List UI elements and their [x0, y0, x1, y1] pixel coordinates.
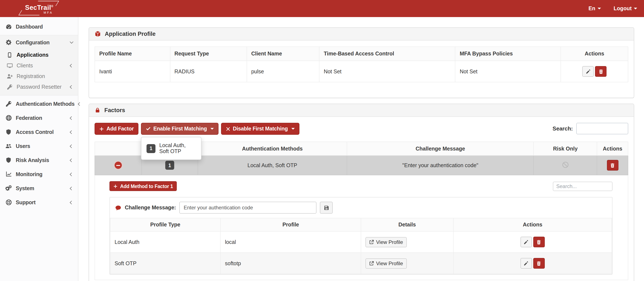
- trash-icon: [610, 163, 615, 168]
- sidebar-item-label: Clients: [16, 63, 33, 69]
- chevron-left-icon: [70, 85, 74, 89]
- search-input[interactable]: [576, 123, 628, 134]
- menu-item-label: Local Auth, Soft OTP: [159, 142, 196, 154]
- edit-button[interactable]: [582, 66, 594, 77]
- enable-first-matching-wrap: Enable First Matching 1 Local Auth, Soft…: [141, 123, 218, 135]
- chevron-left-icon: [70, 116, 74, 120]
- sidebar-item-label: Access Control: [16, 129, 54, 135]
- sidebar-item-applications[interactable]: Applications: [0, 50, 78, 60]
- comment-icon: [115, 204, 122, 211]
- mobile-icon: [6, 52, 13, 58]
- key-icon: [5, 101, 12, 107]
- cell-profile-name: Ivanti: [95, 61, 170, 82]
- sidebar-item-configuration[interactable]: Configuration: [0, 35, 78, 50]
- col-client-name: Client Name: [247, 47, 320, 61]
- col-profile-name: Profile Name: [95, 47, 170, 61]
- delete-method-button[interactable]: [533, 258, 545, 269]
- col-details: Details: [361, 218, 454, 231]
- globe-icon: [5, 115, 12, 121]
- delete-button[interactable]: [595, 66, 606, 77]
- application-profile-header: Application Profile: [89, 28, 634, 41]
- sidebar-item-label: Applications: [16, 52, 48, 58]
- shield-icon: [5, 129, 12, 135]
- sidebar-item-risk-analysis[interactable]: Risk Analysis: [0, 153, 78, 167]
- top-bar: SecTrail® MFA En Logout: [0, 0, 644, 17]
- enable-first-matching-button[interactable]: Enable First Matching: [141, 123, 218, 135]
- sidebar-item-support[interactable]: Support: [0, 195, 78, 209]
- delete-factor-button[interactable]: [607, 160, 618, 171]
- table-row: Ivanti RADIUS pulse Not Set Not Set: [95, 61, 628, 82]
- challenge-message-input[interactable]: [179, 202, 316, 214]
- application-profile-table: Profile Name Request Type Client Name Ti…: [94, 47, 628, 82]
- chevron-down-icon: [70, 40, 74, 44]
- save-challenge-button[interactable]: [320, 202, 333, 214]
- col-actions: Actions: [453, 218, 612, 231]
- trash-icon: [598, 69, 603, 74]
- sidebar-item-label: Monitoring: [16, 171, 42, 177]
- add-factor-button[interactable]: Add Factor: [94, 123, 138, 135]
- sidebar-item-label: Registration: [16, 73, 45, 79]
- sidebar-item-monitoring[interactable]: Monitoring: [0, 167, 78, 181]
- challenge-label: Challenge Message:: [125, 205, 176, 211]
- trash-icon: [536, 239, 542, 244]
- sidebar-item-label: Authentication Methods: [16, 101, 74, 107]
- sidebar-item-dashboard[interactable]: Dashboard: [0, 20, 78, 34]
- users-icon: [5, 143, 12, 149]
- sidebar-item-label: System: [16, 185, 34, 191]
- view-profile-button[interactable]: View Profile: [366, 237, 407, 247]
- add-method-button[interactable]: Add Method to Factor 1: [110, 181, 177, 191]
- collapse-row-icon[interactable]: [114, 162, 122, 169]
- method-search-input[interactable]: [553, 181, 612, 191]
- logo-area: SecTrail® MFA: [0, 0, 78, 17]
- user-plus-icon: [6, 73, 13, 79]
- application-profile-panel: Application Profile Profile Name Request…: [88, 27, 634, 98]
- chevron-left-icon: [70, 172, 74, 176]
- sidebar-item-federation[interactable]: Federation: [0, 111, 78, 125]
- delete-method-button[interactable]: [533, 237, 545, 247]
- button-label: View Profile: [376, 260, 403, 266]
- col-mfa-bypass: MFA Bypass Policies: [455, 47, 561, 61]
- cell-details: View Profile: [361, 231, 454, 253]
- col-request-type: Request Type: [170, 47, 247, 61]
- menu-item-factor-1[interactable]: 1 Local Auth, Soft OTP: [142, 142, 201, 155]
- logo-subtext: MFA: [25, 11, 54, 14]
- disable-first-matching-button[interactable]: Disable First Matching: [221, 123, 299, 135]
- sidebar-item-registration[interactable]: Registration: [0, 71, 78, 81]
- panel-title: Factors: [104, 107, 125, 113]
- factor-order-badge: 1: [146, 144, 156, 153]
- disable-first-matching-wrap: Disable First Matching: [221, 123, 299, 135]
- sidebar-item-system[interactable]: System: [0, 181, 78, 195]
- sidebar-item-access-control[interactable]: Access Control: [0, 125, 78, 139]
- logout-dropdown[interactable]: Logout: [614, 6, 637, 12]
- line-chart-icon: [5, 171, 12, 177]
- edit-method-button[interactable]: [520, 237, 532, 247]
- key-icon: [6, 84, 13, 90]
- lock-icon: [94, 107, 100, 113]
- col-auth-methods: Authentication Methods: [198, 142, 347, 155]
- sidebar-item-clients[interactable]: Clients: [0, 60, 78, 71]
- sidebar-item-users[interactable]: Users: [0, 139, 78, 153]
- cell-profile: softotp: [220, 253, 361, 274]
- language-dropdown[interactable]: En: [588, 6, 601, 12]
- detail-toolbar: Add Method to Factor 1: [110, 181, 612, 191]
- cell-risk-only: [534, 155, 597, 175]
- view-profile-button[interactable]: View Profile: [366, 258, 407, 268]
- chevron-left-icon: [70, 64, 74, 67]
- floppy-icon: [324, 205, 329, 210]
- cell-time-based: Not Set: [319, 61, 455, 82]
- external-link-icon: [369, 261, 374, 266]
- search-label: Search:: [553, 125, 573, 132]
- cell-profile: local: [220, 231, 361, 253]
- edit-method-button[interactable]: [520, 258, 532, 269]
- method-profiles-table: Profile Type Profile Details Actions: [110, 218, 612, 274]
- caret-down-icon: [634, 8, 637, 9]
- sidebar-item-authentication-methods[interactable]: Authentication Methods: [0, 97, 78, 111]
- sidebar-item-password-resetter[interactable]: Password Resetter: [0, 81, 78, 92]
- challenge-box: Challenge Message:: [110, 197, 612, 274]
- logo-registered-mark: ®: [51, 5, 54, 8]
- cogs-icon: [5, 185, 12, 191]
- pencil-icon: [524, 239, 529, 244]
- factors-table: Authentication Methods Challenge Message…: [94, 142, 628, 280]
- cell-actions: [597, 155, 628, 175]
- pencil-icon: [586, 69, 590, 74]
